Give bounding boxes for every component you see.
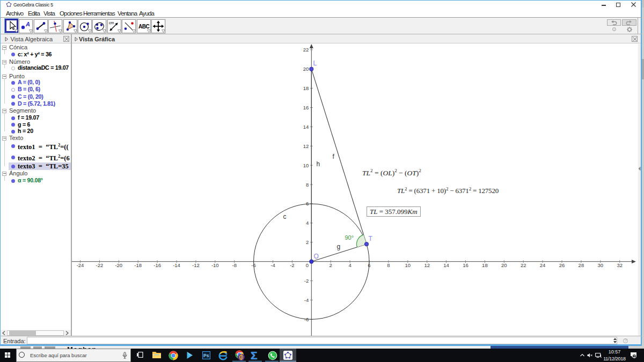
svg-text:20: 20 bbox=[501, 262, 507, 268]
svg-text:8: 8 bbox=[306, 182, 309, 188]
svg-text:12: 12 bbox=[303, 143, 309, 149]
svg-text:28: 28 bbox=[579, 262, 584, 268]
svg-text:16: 16 bbox=[463, 262, 469, 268]
svg-text:O: O bbox=[314, 253, 319, 260]
svg-text:2: 2 bbox=[330, 262, 332, 268]
svg-text:-18: -18 bbox=[134, 262, 142, 268]
svg-text:-4: -4 bbox=[270, 262, 275, 268]
svg-text:4: 4 bbox=[348, 262, 351, 268]
svg-text:g: g bbox=[337, 243, 341, 250]
svg-text:20: 20 bbox=[303, 66, 309, 72]
svg-text:cm: cm bbox=[109, 21, 114, 25]
svg-text:-10: -10 bbox=[211, 262, 219, 268]
svg-text:0: 0 bbox=[306, 262, 309, 268]
svg-text:-16: -16 bbox=[153, 262, 161, 268]
svg-text:-24: -24 bbox=[77, 262, 84, 268]
svg-text:-4: -4 bbox=[304, 297, 309, 303]
svg-text:-14: -14 bbox=[173, 262, 180, 268]
svg-text:14: 14 bbox=[303, 124, 309, 130]
svg-text:-22: -22 bbox=[96, 262, 104, 268]
svg-text:14: 14 bbox=[443, 262, 449, 268]
svg-text:32: 32 bbox=[617, 262, 623, 268]
svg-text:22: 22 bbox=[521, 262, 526, 268]
svg-text:-2: -2 bbox=[304, 278, 309, 284]
svg-text:-8: -8 bbox=[232, 262, 236, 268]
svg-text:T: T bbox=[369, 235, 373, 242]
svg-text:90°: 90° bbox=[345, 234, 354, 241]
svg-text:-12: -12 bbox=[192, 262, 200, 268]
svg-text:-20: -20 bbox=[115, 262, 122, 268]
svg-text:22: 22 bbox=[303, 47, 309, 53]
svg-text:f: f bbox=[333, 153, 335, 160]
svg-text:4: 4 bbox=[306, 220, 309, 226]
svg-text:18: 18 bbox=[303, 85, 309, 91]
svg-text:10: 10 bbox=[405, 262, 411, 268]
svg-text:18: 18 bbox=[482, 262, 488, 268]
svg-text:L: L bbox=[313, 60, 317, 67]
svg-text:26: 26 bbox=[559, 262, 565, 268]
svg-text:24: 24 bbox=[540, 262, 546, 268]
svg-text:A: A bbox=[25, 21, 30, 27]
svg-text:12: 12 bbox=[424, 262, 430, 268]
svg-text:2: 2 bbox=[306, 239, 309, 245]
svg-text:h: h bbox=[317, 160, 320, 168]
svg-text:10: 10 bbox=[303, 162, 309, 168]
svg-text:ABC: ABC bbox=[138, 24, 149, 29]
svg-text:30: 30 bbox=[598, 262, 604, 268]
svg-text:-2: -2 bbox=[290, 262, 294, 268]
svg-text:16: 16 bbox=[303, 105, 309, 110]
svg-text:c: c bbox=[283, 213, 287, 220]
svg-text:8: 8 bbox=[387, 262, 390, 268]
